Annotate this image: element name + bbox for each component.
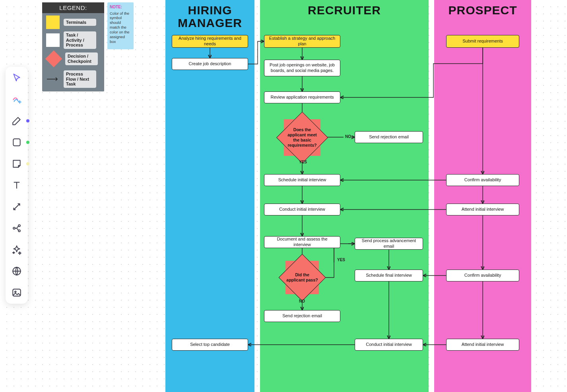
pen-tool[interactable]	[11, 115, 22, 126]
node-rc-reject2[interactable]: Send rejection email	[264, 310, 340, 322]
edge-label-no2: NO	[299, 299, 305, 303]
embed-tool[interactable]	[11, 266, 22, 277]
edge-label-yes1: YES	[299, 160, 307, 164]
legend-label-flow: Process Flow / Next Task	[64, 70, 96, 88]
legend-row-terminals: Terminals	[42, 13, 104, 29]
select-tool[interactable]	[11, 72, 22, 83]
note-title: NOTE:	[110, 5, 131, 10]
sticky-tool[interactable]	[11, 158, 22, 169]
node-rc-decision2[interactable]: Did the applicant pass?	[285, 261, 319, 294]
lane-title-hm: HIRING MANAGER	[165, 0, 254, 29]
node-rc-doc-assess[interactable]: Document and assess the interview	[264, 236, 340, 248]
sticky-color-indicator	[26, 162, 29, 165]
node-hm-select-top[interactable]: Select top candidate	[172, 339, 248, 351]
node-pr-confirm1[interactable]: Confirm availability	[446, 174, 519, 186]
svg-point-6	[15, 291, 16, 292]
toolbar	[6, 67, 28, 304]
lane-recruiter[interactable]: RECRUITER	[260, 0, 429, 392]
legend-label-task: Task / Activity / Process	[64, 31, 96, 49]
legend-panel[interactable]: LEGEND: Terminals Task / Activity / Proc…	[42, 2, 104, 91]
node-rc-conduct-init[interactable]: Conduct initial interview	[264, 204, 340, 215]
note-sticky[interactable]: NOTE: Color of the symbol should match t…	[107, 2, 134, 49]
node-rc-sched-init[interactable]: Schedule initial interview	[264, 174, 340, 186]
legend-row-decision: Decision / Checkpoint	[42, 49, 104, 66]
pen-color-indicator	[26, 119, 29, 122]
legend-row-flow: Process Flow / Next Task	[42, 66, 104, 88]
node-rc-sched-final[interactable]: Schedule final interview	[355, 270, 423, 281]
node-rc-advance[interactable]: Send process advancement email	[355, 238, 423, 250]
svg-rect-5	[13, 289, 21, 296]
lane-title-rc: RECRUITER	[260, 0, 429, 17]
node-pr-attend2[interactable]: Attend initial interview	[446, 339, 519, 351]
connector-tool[interactable]	[11, 201, 22, 212]
node-rc-review[interactable]: Review application requirements	[264, 91, 340, 103]
node-rc-decision1[interactable]: Does the applicant meet the basic requir…	[284, 119, 320, 156]
edge-label-yes2: YES	[337, 258, 345, 262]
node-rc-conduct-init2[interactable]: Conduct initial interview	[355, 339, 423, 351]
node-rc-strategy[interactable]: Establish a strategy and approach plan	[264, 35, 340, 48]
lane-prospect[interactable]: PROSPECT	[434, 0, 531, 392]
text-tool[interactable]	[11, 180, 22, 191]
terminal-swatch	[46, 16, 60, 29]
svg-rect-0	[13, 139, 20, 146]
node-rc-reject1[interactable]: Send rejection email	[355, 131, 423, 143]
decision-swatch	[45, 50, 62, 67]
legend-label-terminals: Terminals	[64, 19, 96, 26]
node-hm-analyze[interactable]: Analyze hiring requirements and needs	[172, 35, 248, 48]
legend-row-task: Task / Activity / Process	[42, 29, 104, 49]
lane-title-pr: PROSPECT	[434, 0, 531, 17]
legend-label-decision: Decision / Checkpoint	[65, 52, 98, 65]
ai-assist-tool[interactable]	[11, 94, 22, 105]
node-pr-attend1[interactable]: Attend initial interview	[446, 204, 519, 215]
decision1-text: Does the applicant meet the basic requir…	[284, 127, 320, 148]
mindmap-tool[interactable]	[11, 223, 22, 234]
node-pr-confirm2[interactable]: Confirm availability	[446, 270, 519, 281]
edge-label-no1: NO	[345, 134, 351, 139]
shape-tool[interactable]	[11, 137, 22, 148]
magic-tool[interactable]	[11, 244, 22, 255]
node-rc-post[interactable]: Post job openings on website, job boards…	[264, 60, 340, 76]
task-swatch	[46, 33, 60, 47]
image-tool[interactable]	[11, 287, 22, 298]
node-pr-submit[interactable]: Submit requirements	[446, 35, 519, 48]
node-hm-create-desc[interactable]: Create job description	[172, 58, 248, 70]
decision2-text: Did the applicant pass?	[285, 272, 319, 283]
legend-title: LEGEND:	[42, 2, 104, 13]
flow-arrow-icon	[46, 76, 60, 82]
note-body: Color of the symbol should match the col…	[110, 11, 131, 44]
shape-color-indicator	[26, 141, 29, 144]
